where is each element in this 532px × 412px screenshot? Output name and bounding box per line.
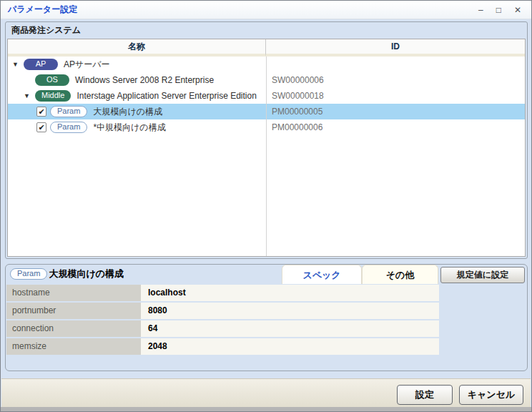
property-table: hostnamelocalhostportnumber8080connectio…: [6, 285, 439, 356]
window-title: パラメーター設定: [8, 4, 77, 16]
green-type-badge: Middle: [35, 90, 71, 102]
window-controls: – □ ✕: [478, 6, 531, 14]
tab-spec[interactable]: スペック: [282, 265, 362, 284]
component-tree-table: 名称 ID ▼APAPサーバーOSWindows Server 2008 R2 …: [7, 39, 526, 257]
tab-other[interactable]: その他: [362, 265, 438, 284]
property-value-cell[interactable]: 2048: [141, 338, 439, 355]
property-name-cell: hostname: [6, 285, 141, 301]
param-badge: Param: [10, 268, 47, 280]
tree-header-row: 名称 ID: [8, 39, 525, 57]
tree-row-name-cell: ▼MiddleInterstage Application Server Ent…: [8, 88, 266, 104]
set-default-values-button[interactable]: 規定値に設定: [440, 267, 525, 283]
title-bar: パラメーター設定 – □ ✕: [1, 1, 531, 19]
property-row: portnumber8080: [6, 303, 439, 319]
row-id: PM00000005: [266, 104, 525, 119]
tree-row-name-cell: ✔Param大規模向けの構成: [8, 104, 266, 119]
green-type-badge: OS: [35, 74, 69, 86]
property-row: memsize2048: [6, 338, 439, 355]
cancel-button[interactable]: キャンセル: [459, 385, 523, 405]
property-row: connection64: [6, 320, 439, 337]
row-id: SW00000018: [266, 88, 525, 104]
detail-tabs: スペックその他: [282, 265, 438, 284]
row-label: APサーバー: [64, 59, 110, 71]
row-label: Interstage Application Server Enterprise…: [77, 91, 256, 101]
property-value-cell[interactable]: 8080: [141, 303, 439, 319]
ok-button[interactable]: 設定: [397, 385, 453, 405]
row-checkbox-checked-icon[interactable]: ✔: [36, 107, 46, 117]
close-icon[interactable]: ✕: [514, 6, 521, 14]
tree-row-name-cell: ▼APAPサーバー: [8, 57, 266, 72]
expander-icon[interactable]: ▼: [12, 61, 24, 68]
column-header-id: ID: [266, 39, 525, 57]
parameter-detail-panel: Param 大規模向けの構成 スペックその他 規定値に設定 hostnamelo…: [5, 264, 528, 371]
property-value-cell[interactable]: localhost: [141, 285, 439, 301]
column-divider: [266, 57, 267, 256]
expander-icon[interactable]: ▼: [24, 92, 35, 99]
row-label: 大規模向けの構成: [93, 106, 162, 118]
row-checkbox-checked-icon[interactable]: ✔: [36, 122, 46, 132]
row-label: *中規模向けの構成: [93, 122, 165, 134]
window-bottom-edge: [1, 407, 531, 411]
system-name-header: 商品発注システム: [6, 22, 527, 38]
row-id: [266, 57, 525, 72]
row-id: PM00000006: [266, 119, 525, 135]
system-panel: 商品発注システム 名称 ID ▼APAPサーバーOSWindows Server…: [5, 21, 528, 259]
footer-bar: 設定 キャンセル: [1, 378, 531, 408]
param-type-badge: Param: [50, 122, 87, 133]
column-header-name: 名称: [8, 39, 266, 57]
property-name-cell: connection: [6, 320, 141, 337]
row-id: SW00000006: [266, 72, 525, 88]
blue-type-badge: AP: [24, 59, 58, 70]
property-value-cell[interactable]: 64: [141, 320, 439, 337]
maximize-icon[interactable]: □: [496, 6, 501, 14]
param-type-badge: Param: [50, 106, 87, 117]
row-label: Windows Server 2008 R2 Enterprise: [75, 75, 214, 85]
tree-row-name-cell: ✔Param*中規模向けの構成: [8, 119, 266, 135]
property-name-cell: memsize: [6, 338, 141, 355]
property-row: hostnamelocalhost: [6, 285, 439, 301]
parameter-settings-dialog: パラメーター設定 – □ ✕ 商品発注システム 名称 ID ▼APAPサーバーO…: [0, 0, 532, 412]
detail-header: Param 大規模向けの構成: [10, 268, 124, 280]
tree-row-name-cell: OSWindows Server 2008 R2 Enterprise: [8, 72, 266, 88]
property-name-cell: portnumber: [6, 303, 141, 319]
minimize-icon[interactable]: –: [478, 6, 483, 14]
detail-title: 大規模向けの構成: [49, 268, 124, 280]
